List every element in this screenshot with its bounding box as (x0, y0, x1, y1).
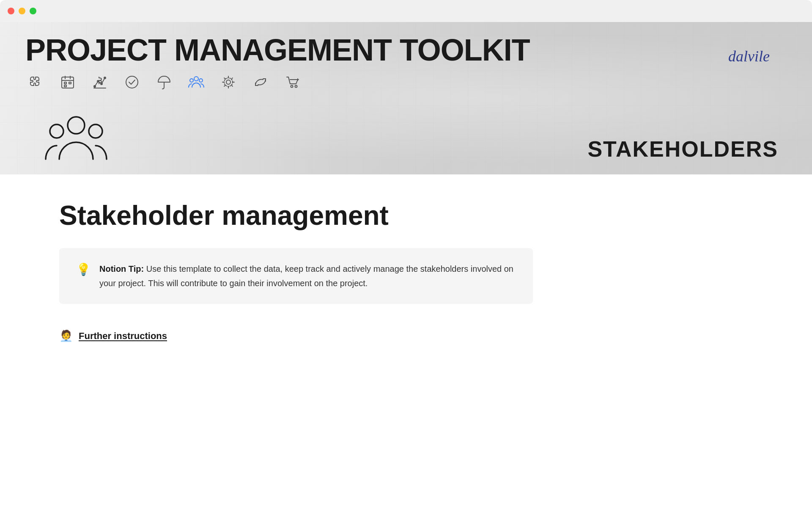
main-content: Stakeholder management 💡 Notion Tip: Use… (0, 174, 812, 368)
tip-text: Notion Tip: Use this template to collect… (99, 262, 516, 290)
brand-signature: dalvile (728, 47, 770, 65)
hero-banner: PROJECT MANAGEMENT TOOLKIT (0, 22, 812, 174)
umbrella-icon[interactable] (154, 72, 174, 92)
svg-point-23 (89, 124, 102, 138)
checkmark-icon[interactable] (122, 72, 142, 92)
cart-icon[interactable] (283, 72, 303, 92)
svg-rect-0 (62, 77, 74, 88)
settings-icon[interactable] (218, 72, 239, 92)
maximize-button[interactable] (30, 8, 36, 14)
svg-rect-4 (64, 82, 66, 84)
svg-point-22 (50, 124, 63, 138)
tip-label: Notion Tip: (99, 264, 144, 273)
further-instructions-emoji: 🧑‍💼 (59, 329, 73, 342)
svg-rect-6 (64, 85, 66, 87)
svg-point-14 (194, 77, 198, 81)
svg-point-19 (291, 86, 293, 88)
section-label: STAKEHOLDERS (587, 136, 778, 162)
svg-point-17 (226, 80, 230, 84)
further-instructions[interactable]: 🧑‍💼 Further instructions (59, 329, 753, 342)
close-button[interactable] (8, 8, 14, 14)
svg-point-10 (104, 77, 106, 79)
svg-point-12 (126, 76, 138, 88)
page-title: Stakeholder management (59, 200, 753, 231)
svg-point-15 (190, 79, 193, 82)
finance-icon[interactable] (90, 72, 110, 92)
window-chrome (0, 0, 812, 22)
hero-title: PROJECT MANAGEMENT TOOLKIT (25, 35, 787, 65)
puzzle-icon[interactable] (25, 72, 46, 92)
svg-point-20 (295, 86, 297, 88)
svg-point-16 (199, 79, 203, 82)
stakeholders-nav-icon[interactable] (186, 72, 206, 92)
svg-point-9 (101, 83, 102, 85)
svg-rect-5 (69, 82, 71, 84)
hero-stakeholder-large-icon (42, 105, 110, 174)
minimize-button[interactable] (19, 8, 25, 14)
tip-body: Use this template to collect the data, k… (99, 264, 513, 288)
nav-icons (25, 72, 787, 92)
repeat-icon[interactable] (250, 72, 271, 92)
calendar-icon[interactable] (58, 72, 78, 92)
tip-box: 💡 Notion Tip: Use this template to colle… (59, 248, 533, 304)
further-instructions-text: Further instructions (79, 331, 167, 342)
svg-point-7 (94, 86, 96, 87)
tip-emoji: 💡 (76, 262, 91, 276)
svg-point-21 (68, 117, 85, 134)
